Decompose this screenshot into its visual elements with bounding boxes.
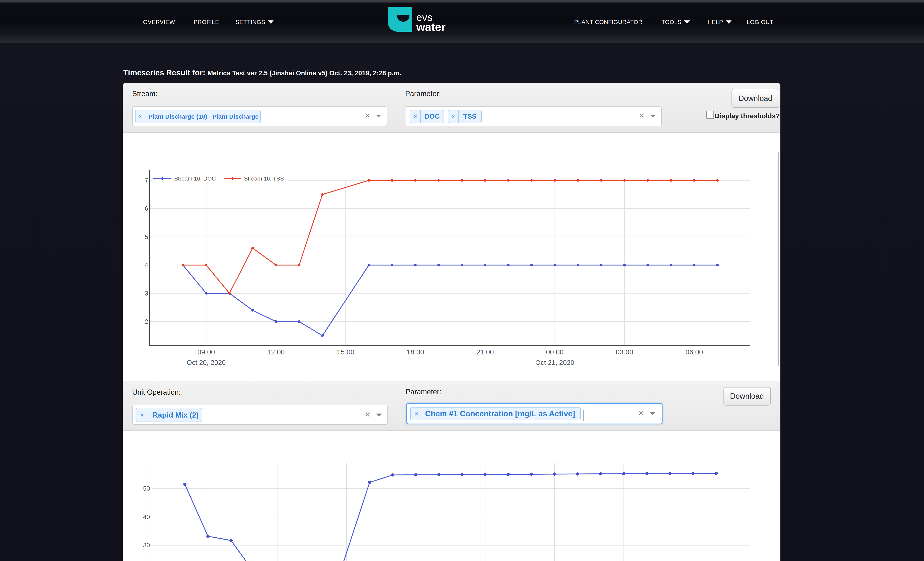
svg-text:3: 3 — [145, 290, 148, 297]
svg-text:50: 50 — [143, 485, 150, 492]
svg-text:5: 5 — [145, 233, 148, 240]
svg-text:Oct 21, 2020: Oct 21, 2020 — [535, 358, 574, 366]
svg-text:Oct 20, 2020: Oct 20, 2020 — [186, 358, 226, 366]
svg-text:2: 2 — [145, 318, 148, 325]
svg-text:09:00: 09:00 — [197, 348, 215, 356]
svg-text:00:00: 00:00 — [546, 348, 564, 356]
svg-text:15:00: 15:00 — [337, 348, 354, 356]
svg-text:Stream 16: TSS: Stream 16: TSS — [244, 175, 284, 181]
svg-text:40: 40 — [143, 513, 150, 520]
svg-text:18:00: 18:00 — [406, 348, 424, 356]
svg-text:Stream 16: DOC: Stream 16: DOC — [174, 175, 216, 181]
svg-text:06:00: 06:00 — [685, 348, 703, 356]
svg-text:21:00: 21:00 — [476, 348, 494, 356]
svg-text:7: 7 — [145, 177, 148, 184]
svg-text:03:00: 03:00 — [616, 348, 633, 356]
svg-text:30: 30 — [143, 542, 150, 549]
svg-text:12:00: 12:00 — [267, 348, 285, 356]
svg-text:4: 4 — [145, 262, 148, 268]
svg-text:6: 6 — [145, 205, 148, 212]
